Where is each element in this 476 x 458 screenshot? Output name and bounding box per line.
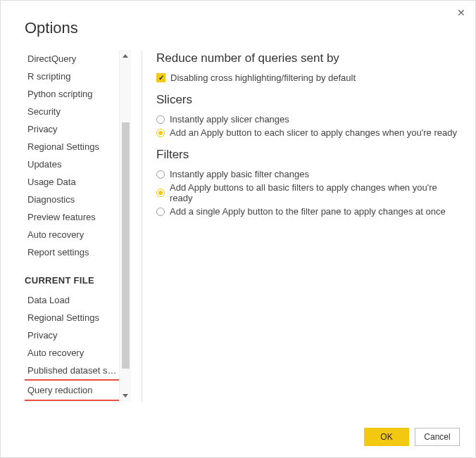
sidebar-item-directquery[interactable]: DirectQuery bbox=[25, 50, 119, 68]
vertical-divider bbox=[142, 50, 142, 402]
sidebar-item-usage-data[interactable]: Usage Data bbox=[25, 173, 119, 191]
scroll-thumb[interactable] bbox=[122, 122, 130, 369]
sidebar-item-auto-recovery-file[interactable]: Auto recovery bbox=[25, 344, 119, 362]
main-panel: Reduce number of queries sent by Disabli… bbox=[156, 50, 461, 402]
radio-row-filter-apply-single[interactable]: Add a single Apply button to the filter … bbox=[156, 206, 461, 217]
scroll-track[interactable] bbox=[120, 62, 132, 390]
radio-icon[interactable] bbox=[156, 170, 165, 179]
sidebar-item-python-scripting[interactable]: Python scripting bbox=[25, 85, 119, 103]
content-area: DirectQuery R scripting Python scripting… bbox=[1, 50, 475, 402]
section-title-filters: Filters bbox=[156, 148, 461, 162]
sidebar: DirectQuery R scripting Python scripting… bbox=[25, 50, 119, 402]
radio-row-filter-apply-all[interactable]: Add Apply buttons to all basic filters t… bbox=[156, 182, 461, 203]
radio-label: Instantly apply slicer changes bbox=[170, 114, 289, 125]
sidebar-item-diagnostics[interactable]: Diagnostics bbox=[25, 191, 119, 208]
radio-icon[interactable] bbox=[156, 115, 165, 124]
sidebar-container: DirectQuery R scripting Python scripting… bbox=[25, 50, 132, 402]
ok-button[interactable]: OK bbox=[364, 428, 409, 446]
sidebar-item-auto-recovery[interactable]: Auto recovery bbox=[25, 226, 119, 243]
sidebar-item-query-reduction[interactable]: Query reduction bbox=[25, 379, 119, 401]
dialog-footer: OK Cancel bbox=[364, 428, 460, 446]
sidebar-scrollbar[interactable] bbox=[119, 50, 131, 402]
scroll-down-icon[interactable] bbox=[120, 390, 132, 402]
sidebar-item-report-settings-file[interactable]: Report settings bbox=[25, 401, 119, 402]
sidebar-item-updates[interactable]: Updates bbox=[25, 155, 119, 173]
sidebar-item-security[interactable]: Security bbox=[25, 103, 119, 120]
cancel-button[interactable]: Cancel bbox=[415, 428, 460, 446]
radio-label: Add a single Apply button to the filter … bbox=[170, 206, 446, 217]
scroll-up-icon[interactable] bbox=[120, 50, 132, 62]
sidebar-item-privacy[interactable]: Privacy bbox=[25, 120, 119, 138]
checkbox-label: Disabling cross highlighting/filtering b… bbox=[170, 72, 356, 83]
radio-row-slicer-apply[interactable]: Add an Apply button to each slicer to ap… bbox=[156, 127, 461, 138]
radio-row-slicer-instant[interactable]: Instantly apply slicer changes bbox=[156, 114, 461, 125]
checkbox-icon[interactable] bbox=[156, 73, 165, 82]
radio-row-filter-instant[interactable]: Instantly apply basic filter changes bbox=[156, 169, 461, 179]
dialog-title: Options bbox=[1, 1, 475, 50]
sidebar-item-preview-features[interactable]: Preview features bbox=[25, 208, 119, 226]
radio-icon[interactable] bbox=[156, 129, 165, 137]
sidebar-item-report-settings[interactable]: Report settings bbox=[25, 243, 119, 261]
radio-label: Add an Apply button to each slicer to ap… bbox=[170, 127, 457, 138]
sidebar-item-privacy-file[interactable]: Privacy bbox=[25, 326, 119, 344]
radio-label: Instantly apply basic filter changes bbox=[170, 169, 309, 179]
sidebar-item-regional-settings-file[interactable]: Regional Settings bbox=[25, 309, 119, 326]
radio-icon[interactable] bbox=[156, 189, 165, 197]
sidebar-item-published-dataset[interactable]: Published dataset set... bbox=[25, 362, 119, 379]
radio-label: Add Apply buttons to all basic filters t… bbox=[170, 182, 461, 203]
section-title-reduce: Reduce number of queries sent by bbox=[156, 51, 461, 65]
section-title-slicers: Slicers bbox=[156, 93, 461, 107]
sidebar-section-header: CURRENT FILE bbox=[25, 261, 119, 291]
sidebar-item-data-load[interactable]: Data Load bbox=[25, 291, 119, 309]
sidebar-item-r-scripting[interactable]: R scripting bbox=[25, 68, 119, 85]
radio-icon[interactable] bbox=[156, 208, 165, 216]
close-icon[interactable]: ✕ bbox=[457, 8, 465, 18]
sidebar-item-regional-settings[interactable]: Regional Settings bbox=[25, 138, 119, 155]
checkbox-row-disable-cross[interactable]: Disabling cross highlighting/filtering b… bbox=[156, 72, 461, 83]
